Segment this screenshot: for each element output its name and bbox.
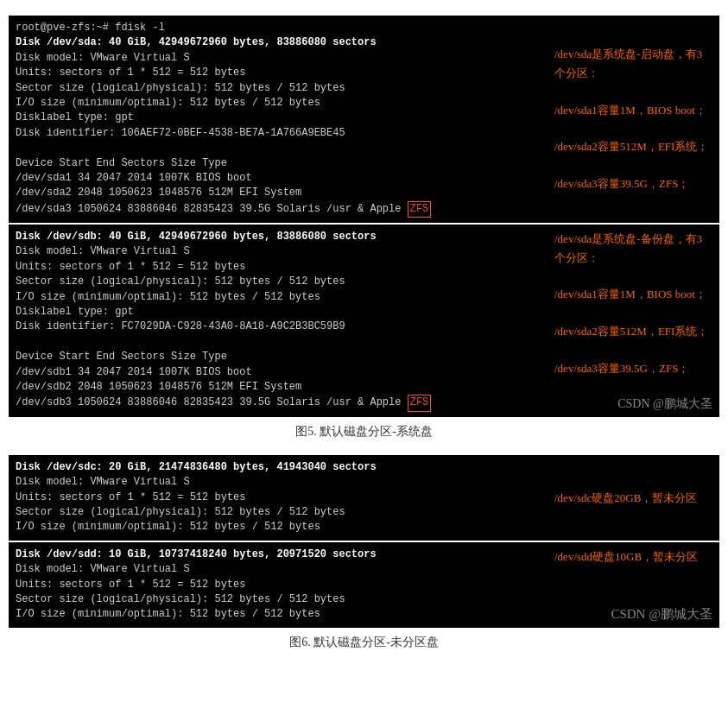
sda1-row: /dev/sda1 34 2047 2014 1007K BIOS boot bbox=[16, 171, 544, 186]
sdc-line-1: Disk model: VMware Virtual S bbox=[16, 475, 544, 490]
sda-header: Disk /dev/sda: 40 GiB, 42949672960 bytes… bbox=[16, 35, 544, 50]
sdb-annotation-panel: /dev/sda是系统盘-备份盘，有3个分区： /dev/sda1容量1M，BI… bbox=[544, 230, 712, 412]
sdb-line-6: Disk identifier: FC7029DA-C928-43A0-8A18… bbox=[16, 320, 544, 334]
sdb-line-5: Disklabel type: gpt bbox=[16, 305, 544, 320]
sdd-header: Disk /dev/sdd: 10 GiB, 10737418240 bytes… bbox=[16, 547, 544, 562]
sdc-line-2: Units: sectors of 1 * 512 = 512 bytes bbox=[16, 490, 544, 505]
sdb-table-header: Device Start End Sectors Size Type bbox=[16, 350, 544, 364]
sdb-line-3: Sector size (logical/physical): 512 byte… bbox=[16, 275, 544, 289]
sda3-zfs-badge: ZFS bbox=[408, 201, 432, 218]
terminal-content-sdd: Disk /dev/sdd: 10 GiB, 10737418240 bytes… bbox=[16, 547, 544, 623]
terminal-content-sdb: Disk /dev/sdb: 40 GiB, 42949672960 bytes… bbox=[16, 230, 544, 412]
sda3-row: /dev/sda3 1050624 83886046 82835423 39.5… bbox=[16, 201, 544, 218]
sdd-line-1: Disk model: VMware Virtual S bbox=[16, 562, 544, 577]
sdb3-row: /dev/sdb3 1050624 83886046 82835423 39.5… bbox=[16, 395, 544, 411]
watermark-figure6: CSDN @鹏城大圣 bbox=[554, 606, 712, 623]
sdb-line-2: Units: sectors of 1 * 512 = 512 bytes bbox=[16, 260, 544, 275]
sda-line-5: Disklabel type: gpt bbox=[16, 111, 544, 125]
terminal-block-sdc: Disk /dev/sdc: 20 GiB, 21474836480 bytes… bbox=[9, 455, 719, 541]
sda-table-header: Device Start End Sectors Size Type bbox=[16, 156, 544, 171]
sda-annotation-panel: /dev/sda是系统盘-启动盘，有3个分区： /dev/sda1容量1M，BI… bbox=[544, 21, 712, 218]
sdb-line-1: Disk model: VMware Virtual S bbox=[16, 244, 544, 259]
sda-line-4: I/O size (minimum/optimal): 512 bytes / … bbox=[16, 96, 544, 111]
sdd-annotation: /dev/sdd硬盘10GB，暂未分区 bbox=[554, 547, 712, 566]
sdd-line-2: Units: sectors of 1 * 512 = 512 bytes bbox=[16, 578, 544, 592]
sdb-line-4: I/O size (minimum/optimal): 512 bytes / … bbox=[16, 290, 544, 305]
terminal-block-sda: root@pve-zfs:~# fdisk -l Disk /dev/sda: … bbox=[9, 16, 719, 223]
terminal-content-sdc: Disk /dev/sdc: 20 GiB, 21474836480 bytes… bbox=[16, 460, 544, 535]
sdb-annotation: /dev/sda是系统盘-备份盘，有3个分区： /dev/sda1容量1M，BI… bbox=[554, 230, 712, 378]
sdb3-zfs-badge: ZFS bbox=[408, 395, 432, 411]
sdc-line-4: I/O size (minimum/optimal): 512 bytes / … bbox=[16, 520, 544, 535]
command-line: root@pve-zfs:~# fdisk -l bbox=[16, 21, 544, 35]
sdd-line-4: I/O size (minimum/optimal): 512 bytes / … bbox=[16, 607, 544, 622]
sdb-blank bbox=[16, 335, 544, 350]
sdb1-row: /dev/sdb1 34 2047 2014 1007K BIOS boot bbox=[16, 365, 544, 380]
sdb2-row: /dev/sdb2 2048 1050623 1048576 512M EFI … bbox=[16, 380, 544, 395]
sdd-annotation-panel: /dev/sdd硬盘10GB，暂未分区 CSDN @鹏城大圣 bbox=[544, 547, 712, 623]
sda3-text: /dev/sda3 1050624 83886046 82835423 39.5… bbox=[16, 203, 408, 215]
terminal-block-sdb: Disk /dev/sdb: 40 GiB, 42949672960 bytes… bbox=[9, 225, 719, 417]
figure5-caption: 图5. 默认磁盘分区-系统盘 bbox=[0, 424, 728, 440]
sda-line-1: Disk model: VMware Virtual S bbox=[16, 51, 544, 66]
sda-blank bbox=[16, 141, 544, 155]
figure6-caption: 图6. 默认磁盘分区-未分区盘 bbox=[0, 635, 728, 650]
sdc-header: Disk /dev/sdc: 20 GiB, 21474836480 bytes… bbox=[16, 460, 544, 475]
watermark-figure5: CSDN @鹏城大圣 bbox=[554, 396, 712, 412]
sda-line-2: Units: sectors of 1 * 512 = 512 bytes bbox=[16, 66, 544, 80]
sda-annotation: /dev/sda是系统盘-启动盘，有3个分区： /dev/sda1容量1M，BI… bbox=[554, 45, 712, 193]
terminal-content-sda: root@pve-zfs:~# fdisk -l Disk /dev/sda: … bbox=[16, 21, 544, 218]
terminal-block-sdd: Disk /dev/sdd: 10 GiB, 10737418240 bytes… bbox=[9, 542, 719, 628]
sdb3-text: /dev/sdb3 1050624 83886046 82835423 39.5… bbox=[16, 396, 408, 408]
sda2-row: /dev/sda2 2048 1050623 1048576 512M EFI … bbox=[16, 186, 544, 200]
sdc-annotation: /dev/sdc硬盘20GB，暂未分区 bbox=[554, 489, 697, 507]
sdc-line-3: Sector size (logical/physical): 512 byte… bbox=[16, 505, 544, 520]
sda-line-6: Disk identifier: 106AEF72-0BEF-4538-BE7A… bbox=[16, 126, 544, 141]
page-container: root@pve-zfs:~# fdisk -l Disk /dev/sda: … bbox=[0, 0, 728, 668]
sda-line-3: Sector size (logical/physical): 512 byte… bbox=[16, 81, 544, 96]
sdb-header: Disk /dev/sdb: 40 GiB, 42949672960 bytes… bbox=[16, 230, 544, 244]
sdc-annotation-panel: /dev/sdc硬盘20GB，暂未分区 bbox=[544, 460, 712, 535]
sdd-line-3: Sector size (logical/physical): 512 byte… bbox=[16, 592, 544, 607]
